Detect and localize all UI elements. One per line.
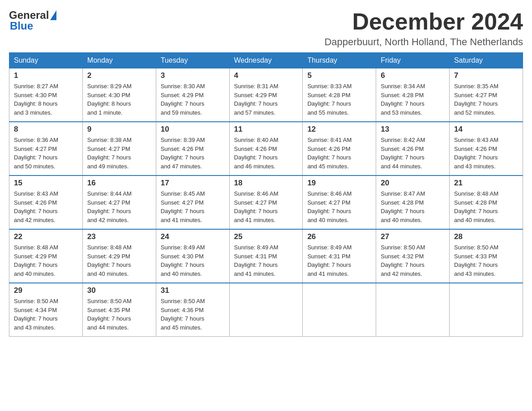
weekday-header-row: SundayMondayTuesdayWednesdayThursdayFrid… [9, 53, 523, 68]
calendar-cell: 18 Sunrise: 8:46 AM Sunset: 4:27 PM Dayl… [229, 176, 303, 229]
day-info: Sunrise: 8:50 AM Sunset: 4:34 PM Dayligh… [14, 297, 78, 332]
day-number: 22 [14, 232, 78, 241]
day-number: 14 [454, 125, 518, 134]
calendar-cell [229, 283, 303, 337]
day-number: 15 [14, 179, 78, 188]
calendar-cell: 16 Sunrise: 8:44 AM Sunset: 4:27 PM Dayl… [82, 176, 156, 229]
calendar-cell: 26 Sunrise: 8:49 AM Sunset: 4:31 PM Dayl… [303, 229, 376, 283]
day-number: 20 [381, 179, 445, 188]
calendar-cell: 23 Sunrise: 8:48 AM Sunset: 4:29 PM Dayl… [82, 229, 156, 283]
weekday-header-saturday: Saturday [450, 53, 523, 68]
calendar-cell: 12 Sunrise: 8:41 AM Sunset: 4:26 PM Dayl… [303, 122, 376, 176]
calendar-cell: 6 Sunrise: 8:34 AM Sunset: 4:28 PM Dayli… [376, 68, 450, 122]
day-info: Sunrise: 8:48 AM Sunset: 4:29 PM Dayligh… [14, 243, 78, 278]
calendar-cell: 15 Sunrise: 8:43 AM Sunset: 4:26 PM Dayl… [9, 176, 83, 229]
day-number: 27 [381, 232, 445, 241]
day-number: 19 [307, 179, 371, 188]
day-info: Sunrise: 8:47 AM Sunset: 4:28 PM Dayligh… [381, 189, 445, 224]
calendar-cell: 17 Sunrise: 8:45 AM Sunset: 4:27 PM Dayl… [156, 176, 229, 229]
day-info: Sunrise: 8:30 AM Sunset: 4:29 PM Dayligh… [161, 82, 225, 117]
day-number: 4 [234, 71, 298, 80]
day-info: Sunrise: 8:46 AM Sunset: 4:27 PM Dayligh… [307, 189, 371, 224]
day-number: 17 [161, 179, 225, 188]
weekday-header-thursday: Thursday [303, 53, 376, 68]
day-number: 30 [87, 286, 151, 295]
calendar-cell: 1 Sunrise: 8:27 AM Sunset: 4:30 PM Dayli… [9, 68, 83, 122]
day-info: Sunrise: 8:46 AM Sunset: 4:27 PM Dayligh… [234, 189, 298, 224]
day-number: 13 [381, 125, 445, 134]
calendar-cell: 11 Sunrise: 8:40 AM Sunset: 4:26 PM Dayl… [229, 122, 303, 176]
weekday-header-friday: Friday [376, 53, 450, 68]
day-info: Sunrise: 8:40 AM Sunset: 4:26 PM Dayligh… [234, 136, 298, 171]
day-number: 28 [454, 232, 518, 241]
calendar-cell [450, 283, 523, 337]
day-number: 7 [454, 71, 518, 80]
calendar-cell: 5 Sunrise: 8:33 AM Sunset: 4:28 PM Dayli… [303, 68, 376, 122]
day-number: 26 [307, 232, 371, 241]
calendar-cell: 30 Sunrise: 8:50 AM Sunset: 4:35 PM Dayl… [82, 283, 156, 337]
calendar-cell: 3 Sunrise: 8:30 AM Sunset: 4:29 PM Dayli… [156, 68, 229, 122]
day-number: 1 [14, 71, 78, 80]
day-info: Sunrise: 8:33 AM Sunset: 4:28 PM Dayligh… [307, 82, 371, 117]
calendar-cell: 7 Sunrise: 8:35 AM Sunset: 4:27 PM Dayli… [450, 68, 523, 122]
calendar-cell: 19 Sunrise: 8:46 AM Sunset: 4:27 PM Dayl… [303, 176, 376, 229]
calendar-cell: 24 Sunrise: 8:49 AM Sunset: 4:30 PM Dayl… [156, 229, 229, 283]
logo-blue-text: Blue [9, 20, 33, 32]
calendar-cell [376, 283, 450, 337]
week-row-5: 29 Sunrise: 8:50 AM Sunset: 4:34 PM Dayl… [9, 283, 523, 337]
calendar-table: SundayMondayTuesdayWednesdayThursdayFrid… [9, 52, 523, 337]
day-info: Sunrise: 8:36 AM Sunset: 4:27 PM Dayligh… [14, 136, 78, 171]
calendar-cell: 25 Sunrise: 8:49 AM Sunset: 4:31 PM Dayl… [229, 229, 303, 283]
day-info: Sunrise: 8:50 AM Sunset: 4:33 PM Dayligh… [454, 243, 518, 278]
day-info: Sunrise: 8:27 AM Sunset: 4:30 PM Dayligh… [14, 82, 78, 117]
weekday-header-sunday: Sunday [9, 53, 83, 68]
day-info: Sunrise: 8:29 AM Sunset: 4:30 PM Dayligh… [87, 82, 151, 117]
calendar-cell: 9 Sunrise: 8:38 AM Sunset: 4:27 PM Dayli… [82, 122, 156, 176]
day-info: Sunrise: 8:49 AM Sunset: 4:31 PM Dayligh… [307, 243, 371, 278]
week-row-2: 8 Sunrise: 8:36 AM Sunset: 4:27 PM Dayli… [9, 122, 523, 176]
day-info: Sunrise: 8:42 AM Sunset: 4:26 PM Dayligh… [381, 136, 445, 171]
calendar-cell: 10 Sunrise: 8:39 AM Sunset: 4:26 PM Dayl… [156, 122, 229, 176]
day-info: Sunrise: 8:49 AM Sunset: 4:30 PM Dayligh… [161, 243, 225, 278]
weekday-header-wednesday: Wednesday [229, 53, 303, 68]
calendar-cell: 27 Sunrise: 8:50 AM Sunset: 4:32 PM Dayl… [376, 229, 450, 283]
day-info: Sunrise: 8:31 AM Sunset: 4:29 PM Dayligh… [234, 82, 298, 117]
day-info: Sunrise: 8:48 AM Sunset: 4:28 PM Dayligh… [454, 189, 518, 224]
calendar-cell: 14 Sunrise: 8:43 AM Sunset: 4:26 PM Dayl… [450, 122, 523, 176]
day-info: Sunrise: 8:50 AM Sunset: 4:36 PM Dayligh… [161, 297, 225, 332]
calendar-cell: 20 Sunrise: 8:47 AM Sunset: 4:28 PM Dayl… [376, 176, 450, 229]
calendar-cell: 2 Sunrise: 8:29 AM Sunset: 4:30 PM Dayli… [82, 68, 156, 122]
day-number: 23 [87, 232, 151, 241]
day-number: 11 [234, 125, 298, 134]
calendar-cell [303, 283, 376, 337]
calendar-cell: 31 Sunrise: 8:50 AM Sunset: 4:36 PM Dayl… [156, 283, 229, 337]
day-number: 10 [161, 125, 225, 134]
calendar-cell: 13 Sunrise: 8:42 AM Sunset: 4:26 PM Dayl… [376, 122, 450, 176]
day-number: 5 [307, 71, 371, 80]
day-info: Sunrise: 8:44 AM Sunset: 4:27 PM Dayligh… [87, 189, 151, 224]
day-info: Sunrise: 8:50 AM Sunset: 4:35 PM Dayligh… [87, 297, 151, 332]
day-number: 12 [307, 125, 371, 134]
day-info: Sunrise: 8:45 AM Sunset: 4:27 PM Dayligh… [161, 189, 225, 224]
day-info: Sunrise: 8:34 AM Sunset: 4:28 PM Dayligh… [381, 82, 445, 117]
day-info: Sunrise: 8:43 AM Sunset: 4:26 PM Dayligh… [14, 189, 78, 224]
day-number: 24 [161, 232, 225, 241]
month-title: December 2024 [324, 9, 523, 34]
day-number: 2 [87, 71, 151, 80]
page-header: General Blue December 2024 Dapperbuurt, … [9, 9, 523, 48]
calendar-cell: 22 Sunrise: 8:48 AM Sunset: 4:29 PM Dayl… [9, 229, 83, 283]
day-number: 6 [381, 71, 445, 80]
day-info: Sunrise: 8:48 AM Sunset: 4:29 PM Dayligh… [87, 243, 151, 278]
day-number: 16 [87, 179, 151, 188]
week-row-1: 1 Sunrise: 8:27 AM Sunset: 4:30 PM Dayli… [9, 68, 523, 122]
day-info: Sunrise: 8:50 AM Sunset: 4:32 PM Dayligh… [381, 243, 445, 278]
day-number: 8 [14, 125, 78, 134]
day-number: 29 [14, 286, 78, 295]
logo: General Blue [9, 9, 56, 32]
location-subtitle: Dapperbuurt, North Holland, The Netherla… [324, 36, 523, 48]
day-info: Sunrise: 8:35 AM Sunset: 4:27 PM Dayligh… [454, 82, 518, 117]
weekday-header-tuesday: Tuesday [156, 53, 229, 68]
day-info: Sunrise: 8:43 AM Sunset: 4:26 PM Dayligh… [454, 136, 518, 171]
calendar-cell: 29 Sunrise: 8:50 AM Sunset: 4:34 PM Dayl… [9, 283, 83, 337]
day-number: 3 [161, 71, 225, 80]
